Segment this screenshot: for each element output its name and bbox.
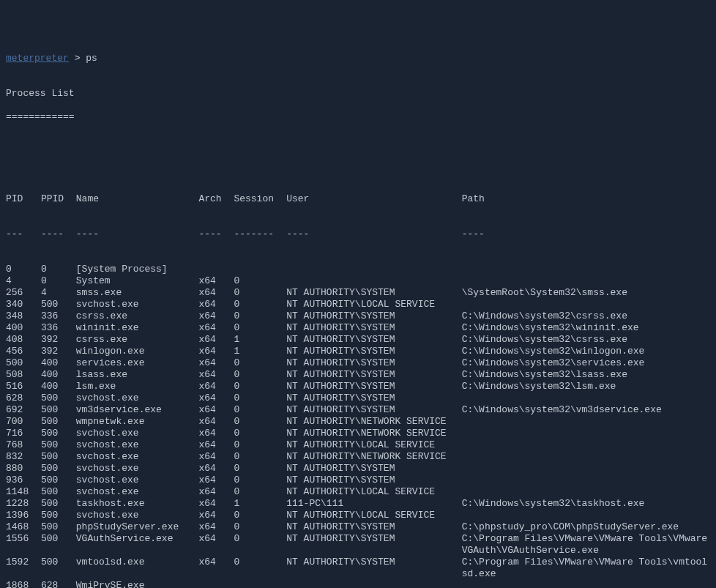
cell-path: C:\Windows\system32\csrss.exe: [462, 334, 710, 346]
cell-path: C:\Windows\system32\wininit.exe: [462, 322, 710, 334]
cell-name: svchost.exe: [76, 475, 199, 486]
cell-name: VGAuthService.exe: [76, 533, 199, 545]
cell-session: 0: [234, 287, 286, 299]
header-ppid: PPID: [41, 193, 76, 205]
cell-ppid: 500: [41, 521, 76, 533]
cell-ppid: 628: [41, 580, 76, 588]
cell-arch: x64: [198, 334, 234, 346]
cell-session: 0: [234, 486, 286, 498]
table-row: 500400services.exex640NT AUTHORITY\SYSTE…: [6, 357, 710, 369]
cell-ppid: 500: [41, 404, 76, 416]
cell-session: 1: [234, 498, 286, 510]
table-row: 348336csrss.exex640NT AUTHORITY\SYSTEMC:…: [6, 310, 710, 322]
cell-user: 111-PC\111: [286, 498, 462, 510]
cell-pid: 1592: [6, 557, 41, 568]
cell-name: taskhost.exe: [76, 498, 199, 510]
cell-arch: x64: [198, 287, 234, 299]
cell-arch: x64: [198, 428, 234, 439]
cell-name: smss.exe: [76, 287, 199, 299]
cell-ppid: 336: [41, 322, 76, 334]
cell-path: C:\Windows\system32\taskhost.exe: [462, 498, 710, 510]
cell-session: 0: [234, 510, 286, 521]
table-row: 40Systemx640: [6, 275, 710, 287]
cell-name: services.exe: [76, 357, 199, 369]
cell-ppid: 500: [41, 392, 76, 404]
cell-user: NT AUTHORITY\SYSTEM: [286, 334, 462, 346]
table-row: 880500svchost.exex640NT AUTHORITY\SYSTEM: [6, 463, 710, 475]
cell-user: NT AUTHORITY\SYSTEM: [286, 392, 462, 404]
cell-arch: x64: [198, 498, 234, 510]
cell-pid: 692: [6, 404, 41, 416]
table-row: 700500wmpnetwk.exex640NT AUTHORITY\NETWO…: [6, 416, 710, 428]
cell-user: NT AUTHORITY\LOCAL SERVICE: [286, 439, 462, 451]
cell-ppid: 500: [41, 557, 76, 568]
cell-ppid: 400: [41, 357, 76, 369]
cell-name: svchost.exe: [76, 451, 199, 463]
cell-ppid: 500: [41, 533, 76, 545]
cell-ppid: 0: [41, 275, 76, 287]
underline-name: ----: [76, 228, 199, 240]
cell-name: wininit.exe: [76, 322, 199, 334]
table-row: 1868628WmiPrvSE.exe: [6, 580, 710, 588]
cell-user: NT AUTHORITY\SYSTEM: [286, 475, 462, 486]
underline-path: ----: [462, 228, 710, 240]
cell-arch: x64: [198, 299, 234, 310]
table-row: 1228500taskhost.exex641111-PC\111C:\Wind…: [6, 498, 710, 510]
table-row: 408392csrss.exex641NT AUTHORITY\SYSTEMC:…: [6, 334, 710, 346]
cell-user: NT AUTHORITY\SYSTEM: [286, 521, 462, 533]
cell-session: 0: [234, 404, 286, 416]
cell-user: NT AUTHORITY\NETWORK SERVICE: [286, 416, 462, 428]
cell-name: lsm.exe: [76, 381, 199, 392]
cell-arch: x64: [198, 346, 234, 357]
cell-user: NT AUTHORITY\SYSTEM: [286, 404, 462, 416]
header-user: User: [286, 193, 462, 205]
cell-arch: x64: [198, 310, 234, 322]
cell-arch: x64: [198, 392, 234, 404]
cell-name: svchost.exe: [76, 463, 199, 475]
header-path: Path: [462, 193, 710, 205]
cell-ppid: 500: [41, 451, 76, 463]
cell-path: C:\Windows\system32\services.exe: [462, 357, 710, 369]
cell-pid: 628: [6, 392, 41, 404]
cell-user: NT AUTHORITY\SYSTEM: [286, 287, 462, 299]
cell-arch: x64: [198, 404, 234, 416]
cell-ppid: 400: [41, 381, 76, 392]
cell-name: csrss.exe: [76, 310, 199, 322]
prompt-label: meterpreter: [6, 53, 69, 64]
cell-session: 0: [234, 521, 286, 533]
cell-session: 0: [234, 463, 286, 475]
cell-user: NT AUTHORITY\SYSTEM: [286, 357, 462, 369]
cell-name: phpStudyServer.exe: [76, 521, 199, 533]
cell-session: 0: [234, 357, 286, 369]
cell-ppid: 500: [41, 498, 76, 510]
cell-pid: 1148: [6, 486, 41, 498]
cell-session: 0: [234, 299, 286, 310]
cell-name: lsass.exe: [76, 369, 199, 381]
cell-ppid: 400: [41, 369, 76, 381]
cell-user: NT AUTHORITY\SYSTEM: [286, 369, 462, 381]
table-row: 936500svchost.exex640NT AUTHORITY\SYSTEM: [6, 475, 710, 486]
cell-name: svchost.exe: [76, 392, 199, 404]
cell-session: 0: [234, 275, 286, 287]
cell-arch: x64: [198, 463, 234, 475]
cell-path: \SystemRoot\System32\smss.exe: [462, 287, 710, 299]
underline-session: -------: [234, 228, 286, 240]
cell-name: vmtoolsd.exe: [76, 557, 199, 568]
table-row: 2564smss.exex640NT AUTHORITY\SYSTEM\Syst…: [6, 287, 710, 299]
cell-name: svchost.exe: [76, 428, 199, 439]
underline-ppid: ----: [41, 228, 76, 240]
cell-session: 0: [234, 557, 286, 568]
cell-user: NT AUTHORITY\SYSTEM: [286, 346, 462, 357]
cell-arch: x64: [198, 510, 234, 521]
cell-session: 0: [234, 475, 286, 486]
cell-ppid: 500: [41, 463, 76, 475]
cell-user: NT AUTHORITY\NETWORK SERVICE: [286, 428, 462, 439]
cell-ppid: 500: [41, 416, 76, 428]
cell-pid: 516: [6, 381, 41, 392]
cell-arch: x64: [198, 451, 234, 463]
cell-pid: 880: [6, 463, 41, 475]
cell-session: 0: [234, 322, 286, 334]
cell-pid: 500: [6, 357, 41, 369]
cell-session: 0: [234, 310, 286, 322]
table-row: 340500svchost.exex640NT AUTHORITY\LOCAL …: [6, 299, 710, 310]
